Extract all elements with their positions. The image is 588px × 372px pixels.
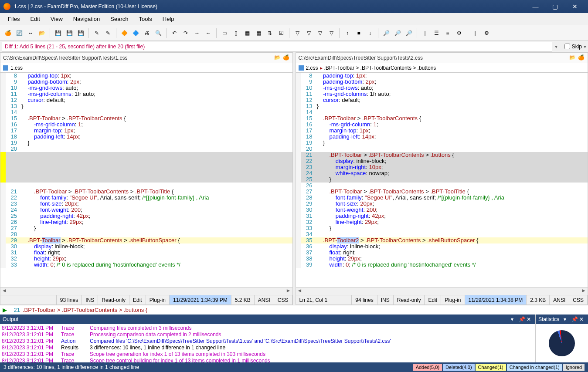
code-line[interactable]: 12 cursor: default; xyxy=(296,97,588,103)
minimize-button[interactable]: — xyxy=(526,0,545,13)
badge-changed-in-changed[interactable]: Changed in changed(1) xyxy=(507,364,562,371)
code-line[interactable]: 13} xyxy=(0,103,292,109)
text-icon[interactable]: | xyxy=(420,28,430,38)
up-icon[interactable]: ↑ xyxy=(342,28,353,38)
code-line[interactable]: 19 } xyxy=(0,140,292,146)
code-line[interactable]: 22 font-family: "Segoe UI", Arial, sans-… xyxy=(0,195,292,201)
open-icon[interactable]: 📂 xyxy=(37,28,47,38)
code-line[interactable]: 31 float: right; xyxy=(0,250,292,256)
redo-icon[interactable]: ↷ xyxy=(180,28,191,38)
app-small-icon[interactable]: 🍊 xyxy=(283,54,290,61)
code-line[interactable]: 16 -ms-grid-column: 1; xyxy=(296,122,588,128)
menu-view[interactable]: View xyxy=(45,14,68,24)
code-line[interactable]: 14 xyxy=(296,109,588,115)
save-icon[interactable]: 💾 xyxy=(53,28,63,38)
autohide-icon[interactable]: ▾ xyxy=(564,316,570,322)
code-line[interactable]: 33 } xyxy=(296,225,588,231)
right-crumb-file[interactable]: 2.css xyxy=(306,65,318,71)
left-hscroll[interactable]: ◄► xyxy=(0,287,292,295)
code-line[interactable]: 15 .BPT-Toolbar > .BPT-ToolbarContents { xyxy=(0,115,292,122)
code-line[interactable]: 19 } xyxy=(296,140,588,146)
code-line[interactable]: 23 margin-right: 10px; xyxy=(296,164,588,170)
code-line[interactable]: 30 display: inline-block; xyxy=(0,243,292,250)
pin-icon[interactable]: 📌 xyxy=(571,316,578,322)
filter-case-icon[interactable]: ▽ xyxy=(315,28,325,38)
menu-search[interactable]: Search xyxy=(105,14,133,24)
view-horiz-icon[interactable]: ▭ xyxy=(219,28,230,38)
menu-files[interactable]: Files xyxy=(3,14,25,24)
next-icon[interactable]: → xyxy=(192,28,202,38)
print-icon[interactable]: 🖨 xyxy=(142,28,152,38)
right-code-area[interactable]: 8 padding-top: 1px;9 padding-bottom: 2px… xyxy=(296,73,588,287)
code-line[interactable] xyxy=(0,183,292,189)
edit-left-icon[interactable]: ✎ xyxy=(92,28,102,38)
code-line[interactable]: 8 padding-top: 1px; xyxy=(0,73,292,79)
color-left-icon[interactable]: 🔶 xyxy=(119,28,129,38)
code-line[interactable]: 34 xyxy=(296,231,588,237)
skip-checkbox[interactable]: Skip ▾ xyxy=(564,44,586,50)
view-merge-icon[interactable]: ▦ xyxy=(253,28,264,38)
code-line[interactable]: 14 xyxy=(0,109,292,115)
code-line[interactable]: 8 padding-top: 1px; xyxy=(296,73,588,79)
code-line[interactable]: 36 display: inline-block; xyxy=(296,243,588,250)
code-line[interactable]: 31 padding-right: 42px; xyxy=(296,213,588,219)
code-line[interactable]: 22 display: inline-block; xyxy=(296,158,588,164)
sync-icon[interactable]: ⇅ xyxy=(265,28,275,38)
code-line[interactable]: 25 padding-right: 42px; xyxy=(0,213,292,219)
open-folder-icon[interactable]: 📂 xyxy=(569,54,576,61)
code-line[interactable]: 20 xyxy=(296,146,588,152)
badge-deleted[interactable]: Deleted(4,0) xyxy=(443,364,475,371)
color-right-icon[interactable]: 🔷 xyxy=(130,28,141,38)
gear-icon[interactable]: ⚙ xyxy=(454,28,464,38)
prev-icon[interactable]: ← xyxy=(203,28,214,38)
code-line[interactable]: 16 -ms-grid-column: 1; xyxy=(0,122,292,128)
code-line[interactable]: 11 -ms-grid-columns: 1fr auto; xyxy=(0,91,292,97)
right-crumb-nav[interactable]: .BPT-Toolbar > .BPT-ToolbarContents > .b… xyxy=(324,65,436,71)
code-line[interactable]: 18 padding-left: 14px; xyxy=(296,134,588,140)
filter-icon[interactable]: ▽ xyxy=(292,28,302,38)
code-line[interactable]: 13} xyxy=(296,103,588,109)
output-log[interactable]: 8/12/2023 3:12:01 PMTraceComparing files… xyxy=(0,324,535,362)
code-line[interactable]: 12 cursor: default; xyxy=(0,97,292,103)
code-line[interactable] xyxy=(0,158,292,164)
zoom-icon[interactable]: 🔍 xyxy=(153,28,163,38)
check-icon[interactable]: ☑ xyxy=(276,28,286,38)
filter-regex-icon[interactable]: ▽ xyxy=(326,28,336,38)
open-folder-icon[interactable]: 📂 xyxy=(274,54,281,61)
close-button[interactable]: ✕ xyxy=(565,0,585,13)
code-line[interactable]: 32 height: 29px; xyxy=(0,256,292,262)
close-panel-icon[interactable]: ✕ xyxy=(527,316,533,322)
code-line[interactable]: 30 font-weight: 200; xyxy=(296,207,588,213)
code-line[interactable]: 32 line-height: 29px; xyxy=(296,219,588,225)
badge-ignored[interactable]: Ignored xyxy=(563,364,585,371)
code-line[interactable]: 9 padding-bottom: 2px; xyxy=(0,79,292,85)
code-line[interactable]: 23 font-size: 20px; xyxy=(0,201,292,207)
code-line[interactable]: 25 } xyxy=(296,176,588,183)
pin-icon[interactable]: 📌 xyxy=(519,316,525,322)
code-line[interactable] xyxy=(0,170,292,176)
code-line[interactable] xyxy=(0,164,292,170)
maximize-button[interactable]: ▢ xyxy=(545,0,565,13)
find-prev-icon[interactable]: 🔎 xyxy=(404,28,414,38)
code-line[interactable]: 21 .BPT-Toolbar > .BPT-ToolbarContents >… xyxy=(296,152,588,158)
app-icon[interactable]: 🍊 xyxy=(3,28,13,38)
save-right-icon[interactable]: 💾 xyxy=(75,28,86,38)
view-single-icon[interactable]: ▦ xyxy=(242,28,252,38)
find-next-icon[interactable]: 🔎 xyxy=(392,28,403,38)
code-line[interactable]: 28 xyxy=(0,231,292,237)
code-line[interactable]: 33 width: 0; /* 0 is replaced during 'ho… xyxy=(0,262,292,268)
code-line[interactable] xyxy=(0,152,292,158)
code-line[interactable]: 28 font-family: "Segoe UI", Arial, sans-… xyxy=(296,195,588,201)
code-line[interactable]: 24 font-weight: 200; xyxy=(0,207,292,213)
menu-navigation[interactable]: Navigation xyxy=(68,14,105,24)
left-crumb-file[interactable]: 1.css xyxy=(10,65,23,71)
dropdown-icon[interactable]: ▾ xyxy=(552,44,560,50)
close-panel-icon[interactable]: ✕ xyxy=(579,316,585,322)
code-line[interactable]: 26 line-height: 29px; xyxy=(0,219,292,225)
mark-icon[interactable]: ■ xyxy=(353,28,364,38)
autohide-icon[interactable]: ▾ xyxy=(511,316,517,322)
badge-changed[interactable]: Changed(1) xyxy=(476,364,506,371)
code-line[interactable]: 37 float: right; xyxy=(296,250,588,256)
code-line[interactable]: 17 margin-top: 1px; xyxy=(0,128,292,134)
code-line[interactable]: 10 -ms-grid-rows: auto; xyxy=(0,85,292,91)
